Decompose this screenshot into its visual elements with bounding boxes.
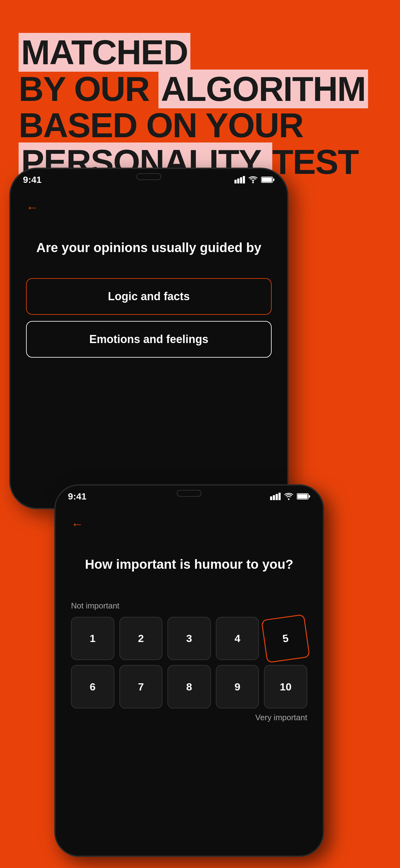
scale-10[interactable]: 10 — [264, 665, 307, 708]
scale-4[interactable]: 4 — [216, 617, 259, 660]
scale-label-low: Not important — [71, 601, 307, 611]
scale-9[interactable]: 9 — [216, 665, 259, 708]
hero-line-3: BASED ON YOUR — [19, 107, 381, 144]
svg-rect-9 — [273, 495, 275, 500]
svg-rect-6 — [262, 178, 272, 182]
phone-2: 9:41 ← How important is hu — [54, 484, 324, 857]
wifi-icon — [248, 176, 258, 183]
hero-line-1: MATCHED — [19, 34, 381, 71]
svg-rect-14 — [297, 494, 308, 499]
signal-icon-2 — [270, 493, 280, 500]
hero-line-2: BY OUR ALGORITHM — [19, 71, 381, 107]
question-2: How important is humour to you? — [56, 537, 323, 589]
back-button-1[interactable]: ← — [10, 185, 287, 221]
phone-1: 9:41 ← Are your o — [9, 168, 288, 509]
wifi-icon-2 — [284, 493, 294, 500]
scale-8[interactable]: 8 — [167, 665, 211, 708]
dynamic-island-2 — [177, 490, 202, 497]
battery-icon — [261, 176, 275, 183]
time-2: 9:41 — [68, 491, 87, 502]
scale-grid: 1 2 3 4 5 6 7 8 9 10 — [71, 617, 307, 708]
hero-section: MATCHED BY OUR ALGORITHM BASED ON YOUR P… — [19, 34, 381, 180]
status-icons-2 — [270, 493, 310, 500]
svg-rect-11 — [278, 493, 280, 500]
battery-icon-2 — [297, 493, 310, 500]
svg-rect-15 — [309, 495, 310, 498]
time-1: 9:41 — [23, 175, 41, 185]
scale-6[interactable]: 6 — [71, 665, 114, 708]
dynamic-island-1 — [136, 173, 161, 180]
scale-label-high: Very important — [71, 713, 307, 722]
svg-rect-2 — [240, 177, 242, 183]
scale-1[interactable]: 1 — [71, 617, 114, 660]
option-logic[interactable]: Logic and facts — [26, 278, 272, 315]
svg-point-12 — [288, 499, 290, 500]
scale-3[interactable]: 3 — [167, 617, 211, 660]
question-1: Are your opinions usually guided by — [10, 221, 287, 272]
scale-section: Not important 1 2 3 4 5 6 7 8 9 10 Very … — [56, 589, 323, 728]
scale-7[interactable]: 7 — [120, 665, 163, 708]
scale-5[interactable]: 5 — [261, 614, 310, 663]
svg-rect-3 — [243, 176, 245, 183]
svg-rect-7 — [273, 179, 274, 181]
signal-icon — [234, 176, 245, 183]
scale-2[interactable]: 2 — [120, 617, 163, 660]
svg-rect-1 — [237, 179, 239, 183]
svg-point-4 — [253, 182, 254, 183]
option-emotions[interactable]: Emotions and feelings — [26, 321, 272, 358]
back-button-2[interactable]: ← — [56, 502, 323, 537]
svg-rect-8 — [270, 496, 272, 500]
svg-rect-10 — [276, 494, 278, 500]
svg-rect-0 — [234, 180, 237, 183]
status-icons-1 — [234, 176, 275, 183]
